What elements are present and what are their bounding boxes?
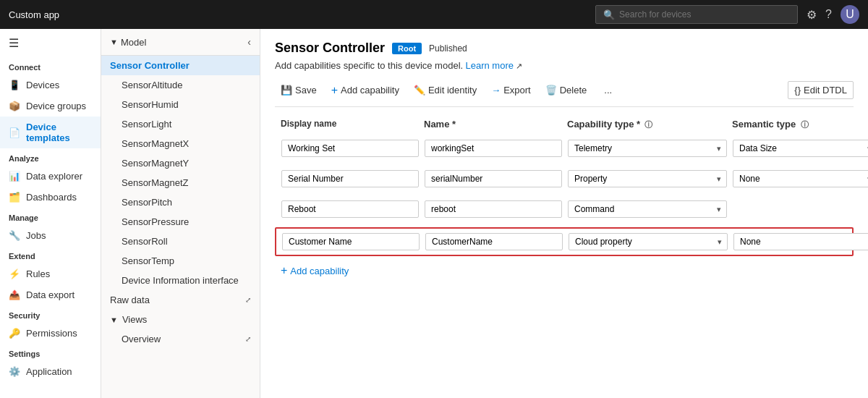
semantic-type-info-icon[interactable]: ⓘ [801, 120, 809, 129]
edit-identity-button[interactable]: ✏️ Edit identity [408, 82, 482, 98]
data-export-icon: 📤 [9, 289, 20, 300]
name-input[interactable] [425, 233, 563, 250]
capability-type-select-wrapper: TelemetryPropertyCommandCloud property [569, 233, 728, 250]
model-chevron-icon: ▼ [110, 38, 118, 46]
tree-item-sensor-pressure[interactable]: SensorPressure [101, 212, 260, 232]
capability-type-select[interactable]: TelemetryPropertyCommandCloud property [568, 200, 727, 218]
add-capability-button[interactable]: + Add capability [275, 262, 354, 279]
badge-published: Published [429, 43, 467, 54]
content-header: Sensor Controller Root Published [275, 41, 854, 56]
add-capability-toolbar-button[interactable]: + Add capability [326, 82, 405, 99]
capability-type-info-icon[interactable]: ⓘ [644, 120, 652, 129]
app-title: Custom app [9, 9, 59, 20]
tree-item-sensor-controller[interactable]: Sensor Controller [101, 56, 260, 75]
sidebar-item-data-export[interactable]: 📤 Data export [0, 284, 101, 305]
rules-icon: ⚡ [9, 268, 20, 279]
search-icon: 🔍 [603, 9, 615, 20]
avatar[interactable]: U [841, 5, 859, 24]
semantic-type-select-wrapper: NoneData SizeTemperatureHumidity [733, 233, 868, 250]
tree-item-sensor-pitch[interactable]: SensorPitch [101, 192, 260, 212]
semantic-type-select[interactable]: NoneData SizeTemperatureHumidity [733, 170, 868, 187]
name-input[interactable] [425, 200, 562, 218]
display-name-input[interactable] [281, 170, 419, 187]
tree-item-sensor-magnet-x[interactable]: SensorMagnetX [101, 134, 260, 153]
sidebar-item-jobs[interactable]: 🔧 Jobs [0, 225, 101, 246]
toolbar: 💾 Save + Add capability ✏️ Edit identity… [275, 81, 854, 107]
semantic-type-select[interactable]: NoneData SizeTemperatureHumidity [733, 233, 868, 250]
tree-item-raw-data[interactable]: Raw data ⤢ [101, 290, 260, 310]
sidebar-item-device-groups[interactable]: 📦 Device groups [0, 96, 101, 117]
tree-item-sensor-humid[interactable]: SensorHumid [101, 95, 260, 114]
display-name-input[interactable] [281, 140, 419, 157]
tree-item-sensor-magnet-y[interactable]: SensorMagnetY [101, 153, 260, 173]
tree-item-device-information[interactable]: Device Information interface [101, 271, 260, 290]
header-display-name: Display name [281, 119, 418, 130]
display-name-input[interactable] [282, 233, 420, 250]
sidebar-section-security: Security [0, 305, 101, 323]
tree-item-sensor-roll[interactable]: SensorRoll [101, 232, 260, 251]
sidebar-item-devices[interactable]: 📱 Devices [0, 75, 101, 96]
add-capability-plus-icon: + [281, 265, 287, 276]
settings-icon[interactable]: ⚙ [807, 8, 817, 22]
middle-panel: ▼ Model ‹ Sensor Controller SensorAltitu… [101, 29, 260, 398]
sidebar-item-device-templates[interactable]: 📄 Device templates [0, 117, 101, 148]
add-icon: + [331, 85, 338, 96]
display-name-input[interactable] [281, 200, 419, 218]
table-headers: Display name Name * Capability type * ⓘ … [275, 119, 854, 130]
help-icon[interactable]: ? [825, 8, 832, 21]
delete-button[interactable]: 🗑️ Delete [540, 82, 593, 98]
device-groups-icon: 📦 [9, 101, 20, 111]
content-title: Sensor Controller [275, 41, 385, 56]
tree-item-sensor-magnet-z[interactable]: SensorMagnetZ [101, 173, 260, 192]
capabilities-container: TelemetryPropertyCommandCloud property N… [275, 136, 854, 256]
header-semantic-type: Semantic type ⓘ [732, 119, 868, 130]
middle-panel-close-icon[interactable]: ‹ [247, 36, 251, 48]
data-explorer-icon: 📊 [9, 171, 20, 182]
external-link-icon: ↗ [516, 62, 522, 70]
raw-data-expand-icon[interactable]: ⤢ [245, 296, 251, 304]
capability-type-select[interactable]: TelemetryPropertyCommandCloud property [568, 140, 727, 157]
sidebar-item-dashboards[interactable]: 🗂️ Dashboards [0, 187, 101, 208]
header-capability-type: Capability type * ⓘ [567, 119, 726, 130]
capability-type-select-wrapper: TelemetryPropertyCommandCloud property [568, 170, 727, 187]
sidebar-section-connect: Connect [0, 57, 101, 75]
model-tree-header[interactable]: ▼ Model [110, 37, 146, 48]
tree-item-sensor-light[interactable]: SensorLight [101, 114, 260, 134]
sidebar-item-rules[interactable]: ⚡ Rules [0, 263, 101, 284]
more-options-button[interactable]: ... [598, 82, 618, 98]
semantic-type-select[interactable]: NoneData SizeTemperatureHumidity [733, 140, 868, 157]
hamburger-menu[interactable]: ☰ [0, 29, 101, 57]
edit-identity-icon: ✏️ [414, 85, 425, 96]
sidebar-section-manage: Manage [0, 208, 101, 225]
search-input[interactable] [619, 9, 790, 20]
edit-dtdl-button[interactable]: {} Edit DTDL [788, 81, 854, 99]
search-bar[interactable]: 🔍 [595, 5, 798, 24]
save-icon: 💾 [281, 85, 292, 96]
views-chevron-icon: ▼ [110, 316, 118, 324]
export-button[interactable]: → Export [485, 82, 537, 98]
table-row: TelemetryPropertyCommandCloud property ✕… [275, 197, 854, 221]
sidebar-item-data-explorer[interactable]: 📊 Data explorer [0, 166, 101, 187]
sidebar-item-application[interactable]: ⚙️ Application [0, 361, 101, 382]
main-layout: ☰ Connect 📱 Devices 📦 Device groups 📄 De… [0, 29, 868, 398]
name-input[interactable] [425, 140, 562, 157]
header-name: Name * [424, 119, 561, 130]
tree-item-overview[interactable]: Overview ⤢ [101, 329, 260, 349]
capability-type-select[interactable]: TelemetryPropertyCommandCloud property [569, 233, 728, 250]
overview-expand-icon[interactable]: ⤢ [245, 335, 251, 343]
topbar-icons: ⚙ ? U [807, 5, 859, 24]
name-input[interactable] [425, 170, 562, 187]
save-button[interactable]: 💾 Save [275, 82, 323, 98]
tree-item-sensor-temp[interactable]: SensorTemp [101, 251, 260, 271]
content-panel: Sensor Controller Root Published Add cap… [260, 29, 868, 398]
tree-item-views[interactable]: ▼ Views [101, 310, 260, 329]
jobs-icon: 🔧 [9, 230, 20, 241]
sidebar-section-extend: Extend [0, 246, 101, 263]
tree-item-sensor-altitude[interactable]: SensorAltitude [101, 75, 260, 95]
dtdl-icon: {} [794, 85, 801, 96]
content-subtitle: Add capabilities specific to this device… [275, 60, 854, 71]
middle-panel-title: Model [121, 37, 146, 48]
learn-more-link[interactable]: Learn more [465, 60, 513, 71]
sidebar-item-permissions[interactable]: 🔑 Permissions [0, 323, 101, 344]
capability-type-select[interactable]: TelemetryPropertyCommandCloud property [568, 170, 727, 187]
